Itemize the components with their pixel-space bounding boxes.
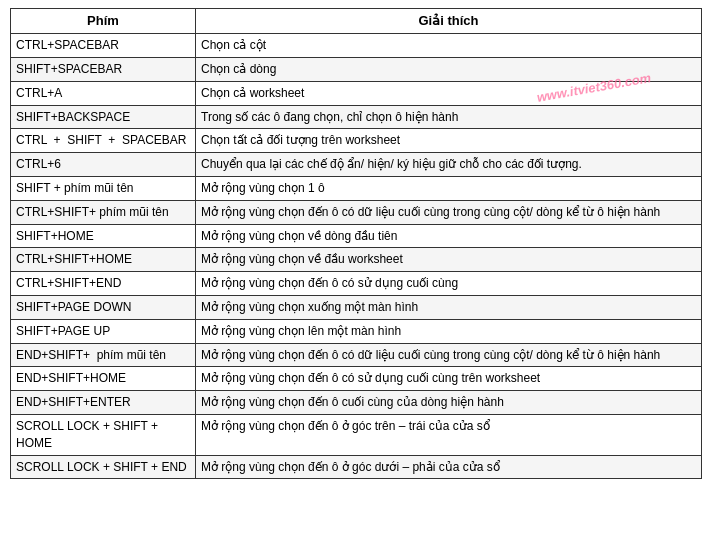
desc-cell: Mở rộng vùng chọn đến ô có dữ liệu cuối … bbox=[196, 343, 702, 367]
desc-cell: Mở rộng vùng chọn đến ô có dữ liệu cuối … bbox=[196, 200, 702, 224]
key-cell: CTRL+6 bbox=[11, 153, 196, 177]
table-row: CTRL+6Chuyển qua lại các chế độ ẩn/ hiện… bbox=[11, 153, 702, 177]
table-row: SCROLL LOCK + SHIFT + ENDMở rộng vùng ch… bbox=[11, 455, 702, 479]
desc-cell: Mở rộng vùng chọn lên một màn hình bbox=[196, 319, 702, 343]
key-cell: SHIFT+PAGE UP bbox=[11, 319, 196, 343]
table-row: END+SHIFT+HOMEMở rộng vùng chọn đến ô có… bbox=[11, 367, 702, 391]
key-cell: SHIFT+SPACEBAR bbox=[11, 57, 196, 81]
key-cell: END+SHIFT+ phím mũi tên bbox=[11, 343, 196, 367]
table-row: CTRL+AChọn cả worksheet bbox=[11, 81, 702, 105]
desc-cell: Chuyển qua lại các chế độ ẩn/ hiện/ ký h… bbox=[196, 153, 702, 177]
desc-cell: Mở rộng vùng chọn 1 ô bbox=[196, 176, 702, 200]
key-cell: SHIFT + phím mũi tên bbox=[11, 176, 196, 200]
desc-cell: Trong số các ô đang chọn, chỉ chọn ô hiệ… bbox=[196, 105, 702, 129]
desc-cell: Mở rộng vùng chọn về đầu worksheet bbox=[196, 248, 702, 272]
key-cell: SHIFT+HOME bbox=[11, 224, 196, 248]
table-row: SHIFT+HOMEMở rộng vùng chọn về dòng đầu … bbox=[11, 224, 702, 248]
key-cell: CTRL + SHIFT + SPACEBAR bbox=[11, 129, 196, 153]
key-cell: CTRL+SHIFT+HOME bbox=[11, 248, 196, 272]
key-cell: CTRL+A bbox=[11, 81, 196, 105]
desc-cell: Mở rộng vùng chọn đến ô có sử dụng cuối … bbox=[196, 272, 702, 296]
desc-cell: Chọn cả dòng bbox=[196, 57, 702, 81]
table-row: CTRL+SHIFT+ phím mũi tênMở rộng vùng chọ… bbox=[11, 200, 702, 224]
desc-cell: Mở rộng vùng chọn đến ô ở góc dưới – phả… bbox=[196, 455, 702, 479]
main-container: www.itviet360.com Phím Giải thích CTRL+S… bbox=[0, 0, 712, 487]
key-cell: SHIFT+PAGE DOWN bbox=[11, 295, 196, 319]
table-row: CTRL + SHIFT + SPACEBARChọn tất cả đối t… bbox=[11, 129, 702, 153]
desc-cell: Mở rộng vùng chọn đến ô có sử dụng cuối … bbox=[196, 367, 702, 391]
table-row: SHIFT+BACKSPACETrong số các ô đang chọn,… bbox=[11, 105, 702, 129]
key-cell: CTRL+SHIFT+ phím mũi tên bbox=[11, 200, 196, 224]
col-header-key: Phím bbox=[11, 9, 196, 34]
key-cell: SHIFT+BACKSPACE bbox=[11, 105, 196, 129]
table-row: END+SHIFT+ENTERMở rộng vùng chọn đến ô c… bbox=[11, 391, 702, 415]
col-header-desc: Giải thích bbox=[196, 9, 702, 34]
table-row: SHIFT+PAGE UPMở rộng vùng chọn lên một m… bbox=[11, 319, 702, 343]
table-row: CTRL+SHIFT+ENDMở rộng vùng chọn đến ô có… bbox=[11, 272, 702, 296]
table-row: CTRL+SPACEBARChọn cả cột bbox=[11, 34, 702, 58]
key-cell: CTRL+SPACEBAR bbox=[11, 34, 196, 58]
key-cell: SCROLL LOCK + SHIFT + HOME bbox=[11, 414, 196, 455]
desc-cell: Chọn cả worksheet bbox=[196, 81, 702, 105]
desc-cell: Chọn cả cột bbox=[196, 34, 702, 58]
desc-cell: Mở rộng vùng chọn về dòng đầu tiên bbox=[196, 224, 702, 248]
table-row: CTRL+SHIFT+HOMEMở rộng vùng chọn về đầu … bbox=[11, 248, 702, 272]
shortcuts-table: Phím Giải thích CTRL+SPACEBARChọn cả cột… bbox=[10, 8, 702, 479]
desc-cell: Mở rộng vùng chọn đến ô cuối cùng của dò… bbox=[196, 391, 702, 415]
table-row: END+SHIFT+ phím mũi tênMở rộng vùng chọn… bbox=[11, 343, 702, 367]
key-cell: END+SHIFT+ENTER bbox=[11, 391, 196, 415]
key-cell: CTRL+SHIFT+END bbox=[11, 272, 196, 296]
table-row: SHIFT+SPACEBARChọn cả dòng bbox=[11, 57, 702, 81]
table-row: SCROLL LOCK + SHIFT + HOMEMở rộng vùng c… bbox=[11, 414, 702, 455]
desc-cell: Chọn tất cả đối tượng trên worksheet bbox=[196, 129, 702, 153]
key-cell: SCROLL LOCK + SHIFT + END bbox=[11, 455, 196, 479]
desc-cell: Mở rộng vùng chọn đến ô ở góc trên – trá… bbox=[196, 414, 702, 455]
key-cell: END+SHIFT+HOME bbox=[11, 367, 196, 391]
desc-cell: Mở rộng vùng chọn xuống một màn hình bbox=[196, 295, 702, 319]
table-row: SHIFT+PAGE DOWNMở rộng vùng chọn xuống m… bbox=[11, 295, 702, 319]
table-row: SHIFT + phím mũi tênMở rộng vùng chọn 1 … bbox=[11, 176, 702, 200]
